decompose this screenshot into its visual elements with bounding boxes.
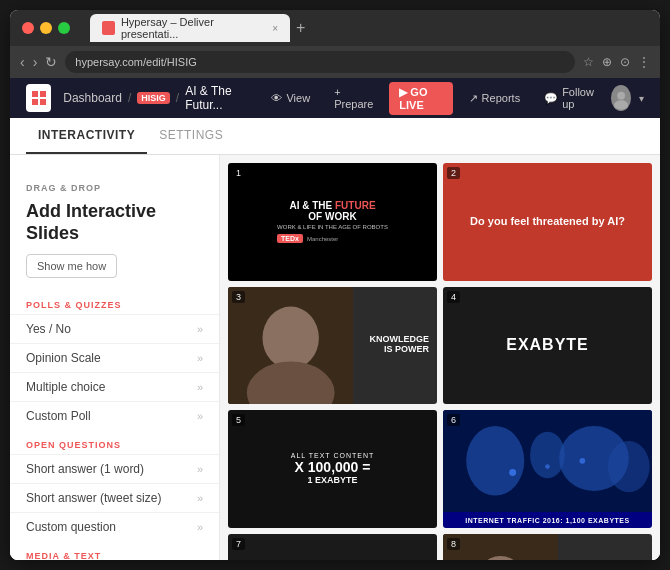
prepare-label: + Prepare [334, 86, 373, 110]
tab-title: Hypersay – Deliver presentati... [121, 16, 262, 40]
svg-point-15 [545, 464, 550, 469]
address-bar[interactable]: hypersay.com/edit/HISIG [65, 51, 575, 73]
svg-rect-3 [40, 99, 46, 105]
multiple-choice-label: Multiple choice [26, 380, 105, 394]
tab-settings[interactable]: SETTINGS [147, 118, 235, 154]
slide-8[interactable]: 8 IS KNOWLEDGESTILLPOWER? [443, 534, 652, 560]
browser-tab[interactable]: Hypersay – Deliver presentati... × [90, 14, 290, 42]
svg-point-14 [509, 469, 516, 476]
slide-2[interactable]: 2 Do you feel threatened by AI? [443, 163, 652, 281]
ted-location: Manchester [307, 236, 338, 242]
go-live-label: ▶ GO LIVE [399, 86, 442, 111]
go-live-button[interactable]: ▶ GO LIVE [389, 82, 452, 115]
slide-6[interactable]: 6 [443, 410, 652, 528]
breadcrumb-current: AI & The Futur... [185, 84, 251, 112]
sidebar-item-short-1word[interactable]: Short answer (1 word) » [10, 454, 219, 483]
app-logo [26, 84, 51, 112]
media-section-label: MEDIA & TEXT [10, 541, 219, 560]
fullscreen-button[interactable] [58, 22, 70, 34]
chevron-icon: » [197, 410, 203, 422]
sidebar-item-custom-poll[interactable]: Custom Poll » [10, 401, 219, 430]
slide-8-num: 8 [447, 538, 460, 550]
slide-3-text: KNOWLEDGEIS POWER [370, 335, 430, 355]
slide-5-num-text: X 100,000 = [295, 459, 371, 475]
slide-5[interactable]: 5 ALL TEXT CONTENT X 100,000 = 1 EXABYTE [228, 410, 437, 528]
slide-3-knowledge: KNOWLEDGEIS POWER [370, 335, 430, 355]
tab-close-icon[interactable]: × [272, 23, 278, 34]
polls-section-label: POLLS & QUIZZES [10, 290, 219, 314]
custom-question-label: Custom question [26, 520, 116, 534]
prepare-button[interactable]: + Prepare [326, 82, 381, 114]
svg-rect-0 [32, 91, 38, 97]
follow-up-label: Follow up [562, 86, 595, 110]
slide-7[interactable]: 7 KNOWLEDGE IN YOUR POCKET [228, 534, 437, 560]
breadcrumb-sep2: / [176, 91, 179, 105]
close-button[interactable] [22, 22, 34, 34]
browser-toolbar: ‹ › ↻ hypersay.com/edit/HISIG ☆ ⊕ ⊙ ⋮ [10, 46, 660, 78]
breadcrumb-sep: / [128, 91, 131, 105]
browser-titlebar: Hypersay – Deliver presentati... × + [10, 10, 660, 46]
svg-point-10 [466, 426, 524, 496]
extension-icon[interactable]: ⊕ [602, 55, 612, 69]
eye-icon: 👁 [271, 92, 282, 104]
custom-poll-label: Custom Poll [26, 409, 91, 423]
slide-4-num: 4 [447, 291, 460, 303]
new-tab-button[interactable]: + [296, 19, 305, 37]
slide-5-line1: ALL TEXT CONTENT [291, 452, 375, 459]
traffic-lights [22, 22, 70, 34]
follow-up-button[interactable]: 💬 Follow up [536, 82, 603, 114]
slide-1-ted: TEDx Manchester [277, 234, 388, 243]
address-text: hypersay.com/edit/HISIG [75, 56, 196, 68]
drag-drop-label: DRAG & DROP [10, 183, 219, 197]
slide-3[interactable]: 3 KNOWLEDGEIS POWER [228, 287, 437, 405]
chevron-icon: » [197, 521, 203, 533]
svg-point-4 [617, 92, 625, 100]
breadcrumb: Dashboard / HISIG / AI & The Futur... [63, 84, 251, 112]
slide-1-title: AI & THE FUTUREOF WORK [277, 200, 388, 222]
yes-no-label: Yes / No [26, 322, 71, 336]
reports-button[interactable]: ↗ Reports [461, 88, 529, 109]
view-label: View [286, 92, 310, 104]
slide-4[interactable]: 4 EXABYTE [443, 287, 652, 405]
svg-point-16 [579, 458, 585, 464]
slide-2-text: Do you feel threatened by AI? [470, 215, 625, 228]
tab-favicon [102, 21, 115, 35]
chevron-icon: » [197, 323, 203, 335]
svg-rect-2 [32, 99, 38, 105]
svg-point-5 [614, 100, 628, 109]
short-1word-label: Short answer (1 word) [26, 462, 144, 476]
slide-3-portrait [228, 287, 353, 405]
reports-label: Reports [482, 92, 521, 104]
open-questions-label: OPEN QUESTIONS [10, 430, 219, 454]
slide-6-map [443, 410, 652, 512]
sidebar-item-opinion-scale[interactable]: Opinion Scale » [10, 343, 219, 372]
slide-1[interactable]: 1 AI & THE FUTUREOF WORK WORK & LIFE IN … [228, 163, 437, 281]
forward-button[interactable]: › [33, 54, 38, 70]
toolbar-icons: ☆ ⊕ ⊙ ⋮ [583, 55, 650, 69]
slide-5-line2: 1 EXABYTE [307, 475, 357, 485]
view-button[interactable]: 👁 View [263, 88, 318, 108]
app-content: INTERACTIVITY SETTINGS DRAG & DROP Add I… [10, 118, 660, 560]
sidebar-item-short-tweet[interactable]: Short answer (tweet size) » [10, 483, 219, 512]
user-chevron-icon[interactable]: ▾ [639, 93, 644, 104]
refresh-button[interactable]: ↻ [45, 54, 57, 70]
sidebar-item-custom-question[interactable]: Custom question » [10, 512, 219, 541]
tab-interactivity[interactable]: INTERACTIVITY [26, 118, 147, 154]
sidebar-item-yes-no[interactable]: Yes / No » [10, 314, 219, 343]
slide-6-text: INTERNET TRAFFIC 2016: 1,100 EXABYTES [465, 517, 629, 524]
back-button[interactable]: ‹ [20, 54, 25, 70]
follow-up-icon: 💬 [544, 92, 558, 105]
slide-4-text: EXABYTE [506, 336, 589, 354]
user-avatar[interactable] [611, 85, 631, 111]
show-me-button[interactable]: Show me how [26, 254, 117, 278]
sidebar-item-multiple-choice[interactable]: Multiple choice » [10, 372, 219, 401]
profile-icon[interactable]: ⊙ [620, 55, 630, 69]
menu-icon[interactable]: ⋮ [638, 55, 650, 69]
main-layout: DRAG & DROP Add Interactive Slides Show … [10, 155, 660, 560]
slide-1-content: AI & THE FUTUREOF WORK WORK & LIFE IN TH… [269, 192, 396, 251]
minimize-button[interactable] [40, 22, 52, 34]
breadcrumb-home[interactable]: Dashboard [63, 91, 122, 105]
svg-point-7 [262, 306, 318, 369]
star-icon[interactable]: ☆ [583, 55, 594, 69]
slide-5-num: 5 [232, 414, 245, 426]
